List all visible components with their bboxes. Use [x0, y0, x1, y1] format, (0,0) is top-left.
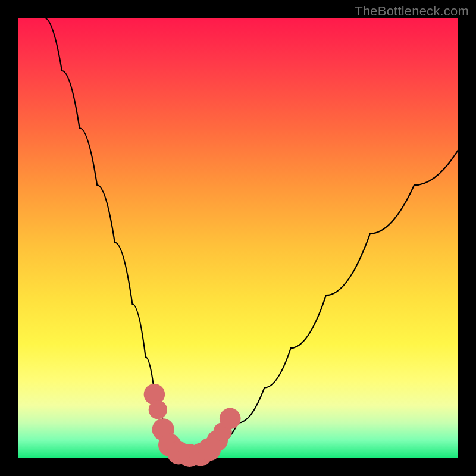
- curve-markers: [144, 384, 241, 467]
- watermark-text: TheBottleneck.com: [355, 4, 469, 19]
- chart-frame: TheBottleneck.com: [0, 0, 476, 476]
- curve-marker: [149, 400, 167, 419]
- bottleneck-curve: [44, 18, 458, 456]
- plot-area: [18, 18, 458, 458]
- chart-svg: [18, 18, 458, 458]
- curve-marker: [220, 408, 241, 430]
